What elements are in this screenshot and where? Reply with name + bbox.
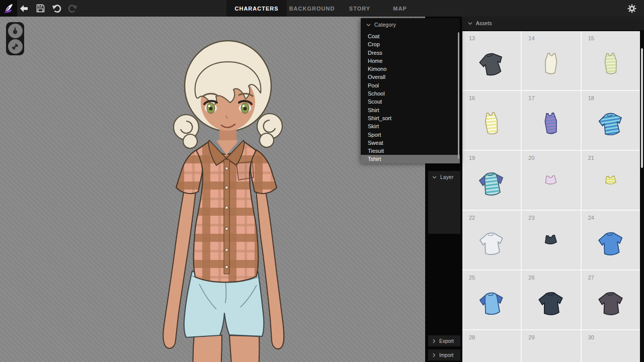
tab-story[interactable]: STORY [337, 0, 382, 17]
asset-thumbnail-14 [537, 49, 565, 77]
asset-cell-23[interactable]: 23 [522, 211, 580, 269]
asset-number: 28 [469, 334, 475, 340]
asset-cell-21[interactable]: 21 [582, 151, 640, 210]
save-button[interactable] [32, 0, 48, 17]
asset-cell-20[interactable]: 20 [522, 151, 580, 210]
category-scrollbar[interactable] [458, 32, 459, 159]
asset-thumbnail-21 [600, 172, 622, 194]
app-window: CHARACTERSBACKGROUNDSTORYMAP [0, 0, 644, 362]
redo-icon [68, 4, 77, 13]
legs [193, 334, 260, 362]
asset-number: 30 [588, 334, 594, 340]
asset-number: 18 [588, 95, 594, 101]
assets-panel-header: Assets [462, 17, 644, 30]
asset-cell-30[interactable]: 30 [582, 330, 640, 362]
asset-thumbnail-15 [597, 49, 625, 77]
asset-number: 17 [528, 95, 534, 101]
category-item-home[interactable]: Home [361, 57, 460, 65]
asset-number: 29 [528, 334, 534, 340]
category-item-sweat[interactable]: Sweat [361, 139, 460, 147]
asset-number: 20 [528, 155, 534, 161]
chevron-down-icon[interactable] [366, 23, 371, 27]
asset-cell-18[interactable]: 18 [582, 91, 640, 150]
export-label: Export [439, 338, 454, 344]
asset-cell-24[interactable]: 24 [582, 211, 640, 269]
category-item-shirt_sort[interactable]: Shirt_sort [361, 114, 460, 122]
asset-number: 21 [588, 155, 594, 161]
back-arrow-icon [20, 5, 28, 13]
category-item-tiesuit[interactable]: Tiesuit [361, 147, 460, 155]
assets-scrollbar-track[interactable] [640, 30, 644, 362]
bone-tool-button[interactable] [8, 39, 23, 54]
chevron-right-icon [432, 353, 436, 357]
asset-thumbnail-13 [476, 48, 507, 78]
asset-thumbnail-23 [539, 231, 563, 255]
asset-cell-26[interactable]: 26 [522, 270, 580, 329]
category-item-coat[interactable]: Coat [361, 32, 460, 40]
settings-gear-icon [627, 4, 636, 13]
save-floppy-icon [36, 4, 45, 13]
tab-background[interactable]: BACKGROUND [287, 0, 337, 17]
tab-characters[interactable]: CHARACTERS [226, 0, 287, 17]
asset-cell-13[interactable]: 13 [462, 31, 521, 90]
asset-number: 23 [528, 215, 534, 221]
asset-cell-28[interactable]: 28 [462, 330, 521, 362]
settings-button[interactable] [624, 0, 640, 17]
asset-thumbnail-19 [476, 167, 507, 199]
redo-button[interactable] [64, 0, 80, 17]
asset-cell-19[interactable]: 19 [462, 151, 521, 210]
asset-number: 27 [588, 275, 594, 281]
category-item-skirt[interactable]: Skirt [361, 122, 460, 130]
category-item-kimono[interactable]: Kimono [361, 65, 460, 73]
layer-panel-title: Layer [440, 174, 454, 180]
category-item-overall[interactable]: Overall [361, 73, 460, 81]
undo-button[interactable] [48, 0, 64, 17]
character-figure[interactable] [136, 37, 307, 362]
asset-thumbnail-25 [476, 288, 507, 318]
asset-cell-15[interactable]: 15 [582, 31, 640, 90]
asset-cell-27[interactable]: 27 [582, 270, 640, 329]
asset-number: 26 [528, 275, 534, 281]
assets-panel: Assets 131415161718192021222324252627282… [462, 17, 644, 362]
asset-cell-22[interactable]: 22 [462, 211, 521, 269]
chevron-down-icon [432, 175, 437, 179]
assets-grid: 131415161718192021222324252627282930 [462, 31, 640, 362]
category-item-scout[interactable]: Scout [361, 98, 460, 106]
asset-cell-16[interactable]: 16 [462, 91, 521, 150]
app-logo[interactable] [0, 0, 17, 17]
export-button[interactable]: Export [428, 335, 460, 346]
layer-panel: Layer [428, 171, 460, 234]
chevron-right-icon [432, 339, 436, 343]
back-button[interactable] [16, 0, 32, 17]
main-tabs: CHARACTERSBACKGROUNDSTORYMAP [226, 0, 418, 17]
category-item-shirt[interactable]: Shirt [361, 106, 460, 114]
bone-icon [11, 43, 19, 51]
asset-thumbnail-24 [595, 227, 626, 258]
top-toolbar: CHARACTERSBACKGROUNDSTORYMAP [0, 0, 644, 17]
tab-map[interactable]: MAP [382, 0, 418, 17]
category-list: CoatCropDressHomeKimonoOverallPoolSchool… [361, 32, 460, 163]
asset-thumbnail-22 [476, 228, 507, 258]
category-item-sport[interactable]: Sport [361, 131, 460, 139]
hand-pointer-icon [11, 27, 19, 35]
asset-cell-25[interactable]: 25 [462, 270, 521, 329]
asset-thumbnail-20 [539, 171, 562, 195]
category-item-school[interactable]: School [361, 89, 460, 98]
category-item-pool[interactable]: Pool [361, 81, 460, 89]
assets-scrollbar-thumb[interactable] [641, 48, 643, 168]
asset-thumbnail-18 [596, 108, 626, 138]
category-item-dress[interactable]: Dress [361, 49, 460, 57]
chevron-down-icon[interactable] [468, 22, 472, 25]
undo-icon [52, 4, 61, 13]
category-panel: Category CoatCropDressHomeKimonoOverallP… [361, 18, 460, 162]
category-item-crop[interactable]: Crop [361, 40, 460, 48]
category-item-tshirt[interactable]: Tshirt [361, 155, 460, 163]
asset-cell-14[interactable]: 14 [522, 31, 580, 90]
asset-cell-17[interactable]: 17 [522, 91, 580, 150]
import-button[interactable]: Import [428, 349, 460, 360]
asset-thumbnail-27 [595, 287, 626, 318]
asset-number: 22 [469, 215, 475, 221]
asset-number: 14 [528, 35, 534, 41]
hand-tool-button[interactable] [8, 24, 23, 38]
asset-cell-29[interactable]: 29 [522, 330, 580, 362]
